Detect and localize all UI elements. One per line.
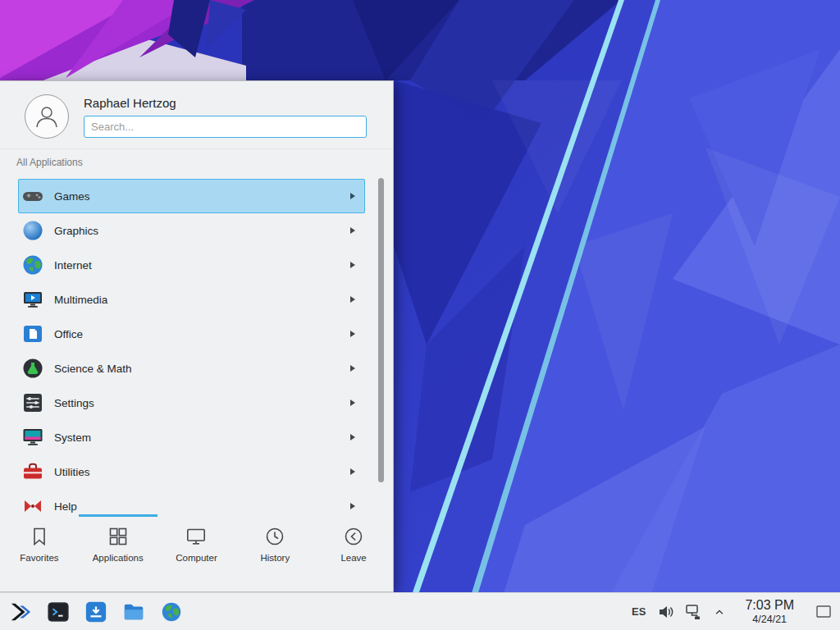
category-list: Games Graphics Internet bbox=[0, 174, 393, 514]
section-label: All Applications bbox=[0, 149, 393, 174]
category-label: Office bbox=[54, 328, 349, 340]
category-label: Games bbox=[54, 190, 349, 203]
browser-launcher[interactable] bbox=[159, 600, 184, 624]
history-icon bbox=[264, 526, 285, 547]
favorites-icon bbox=[29, 526, 50, 547]
user-avatar[interactable] bbox=[25, 94, 69, 139]
internet-icon bbox=[21, 253, 44, 276]
software-launcher[interactable] bbox=[84, 600, 108, 624]
chevron-right-icon bbox=[349, 502, 356, 510]
category-utilities[interactable]: Utilities bbox=[18, 454, 365, 489]
clock-time: 7:03 PM bbox=[745, 598, 794, 613]
category-settings[interactable]: Settings bbox=[18, 386, 365, 420]
utilities-icon bbox=[21, 460, 44, 483]
tab-leave[interactable]: Leave bbox=[314, 526, 393, 591]
category-internet[interactable]: Internet bbox=[18, 248, 365, 282]
application-launcher-menu: Raphael Hertzog All Applications Games G… bbox=[0, 80, 394, 592]
clock-widget[interactable]: 7:03 PM 4/24/21 bbox=[745, 598, 794, 625]
category-label: Graphics bbox=[54, 225, 349, 237]
chevron-right-icon bbox=[349, 295, 356, 304]
category-label: Multimedia bbox=[54, 294, 349, 306]
chevron-right-icon bbox=[349, 226, 356, 235]
network-button[interactable] bbox=[685, 603, 702, 620]
tab-history[interactable]: History bbox=[235, 526, 314, 591]
category-help[interactable]: Help bbox=[18, 489, 365, 514]
category-label: System bbox=[54, 431, 349, 444]
show-desktop-icon bbox=[815, 605, 832, 619]
chevron-right-icon bbox=[349, 468, 356, 476]
category-label: Settings bbox=[54, 397, 349, 409]
system-tray: ES 7:03 PM 4/24/21 bbox=[632, 596, 840, 628]
tab-applications[interactable]: Applications bbox=[79, 526, 158, 591]
category-science-math[interactable]: Science & Math bbox=[18, 351, 365, 386]
tab-label: Favorites bbox=[20, 553, 58, 563]
volume-button[interactable] bbox=[657, 604, 673, 620]
terminal-launcher[interactable] bbox=[46, 600, 71, 624]
category-games[interactable]: Games bbox=[18, 179, 365, 213]
tab-label: History bbox=[260, 553, 290, 563]
settings-icon bbox=[21, 391, 44, 414]
category-label: Science & Math bbox=[54, 363, 349, 375]
graphics-icon bbox=[21, 219, 44, 242]
browser-icon bbox=[160, 600, 183, 623]
volume-icon bbox=[657, 604, 673, 620]
office-icon bbox=[21, 322, 44, 345]
category-graphics[interactable]: Graphics bbox=[18, 213, 365, 248]
app-launcher-icon bbox=[9, 600, 32, 623]
taskbar-launchers bbox=[0, 600, 184, 624]
chevron-right-icon bbox=[349, 192, 356, 200]
category-multimedia[interactable]: Multimedia bbox=[18, 282, 365, 317]
software-icon bbox=[84, 600, 107, 623]
category-system[interactable]: System bbox=[18, 420, 365, 454]
category-label: Utilities bbox=[54, 466, 349, 478]
terminal-icon bbox=[47, 600, 70, 623]
tab-label: Leave bbox=[340, 553, 366, 563]
help-icon bbox=[21, 495, 44, 514]
chevron-right-icon bbox=[349, 261, 356, 269]
file-manager-icon bbox=[122, 600, 145, 623]
caret-up-icon bbox=[714, 606, 725, 618]
scrollbar[interactable] bbox=[378, 178, 384, 482]
tab-label: Applications bbox=[93, 553, 144, 563]
games-icon bbox=[21, 185, 44, 208]
tab-favorites[interactable]: Favorites bbox=[0, 526, 79, 591]
active-tab-indicator bbox=[79, 514, 158, 517]
search-input[interactable] bbox=[84, 116, 367, 138]
leave-icon bbox=[343, 526, 364, 547]
clock-date: 4/24/21 bbox=[752, 614, 787, 625]
tab-label: Computer bbox=[176, 553, 217, 563]
app-launcher-button[interactable] bbox=[8, 600, 33, 624]
multimedia-icon bbox=[21, 288, 44, 311]
science-icon bbox=[21, 357, 44, 380]
launcher-tab-bar: Favorites Applications Computer History … bbox=[0, 514, 393, 591]
category-office[interactable]: Office bbox=[18, 317, 365, 351]
taskbar: ES 7:03 PM 4/24/21 bbox=[0, 592, 840, 630]
chevron-right-icon bbox=[349, 399, 356, 407]
user-name: Raphael Hertzog bbox=[84, 96, 367, 110]
launcher-header: Raphael Hertzog bbox=[0, 81, 393, 149]
chevron-right-icon bbox=[349, 364, 356, 372]
user-icon bbox=[33, 103, 61, 130]
chevron-right-icon bbox=[349, 330, 356, 338]
applications-icon bbox=[107, 526, 129, 547]
desktop: Raphael Hertzog All Applications Games G… bbox=[0, 0, 840, 630]
category-label: Internet bbox=[54, 259, 349, 272]
computer-icon bbox=[185, 526, 207, 547]
system-icon bbox=[21, 426, 44, 449]
network-icon bbox=[685, 603, 702, 620]
tab-computer[interactable]: Computer bbox=[158, 526, 236, 591]
category-label: Help bbox=[54, 500, 349, 513]
tray-expander[interactable] bbox=[714, 606, 725, 618]
show-desktop-button[interactable] bbox=[814, 596, 833, 628]
file-manager-launcher[interactable] bbox=[121, 600, 146, 624]
chevron-right-icon bbox=[349, 433, 356, 441]
keyboard-layout-indicator[interactable]: ES bbox=[632, 605, 646, 618]
